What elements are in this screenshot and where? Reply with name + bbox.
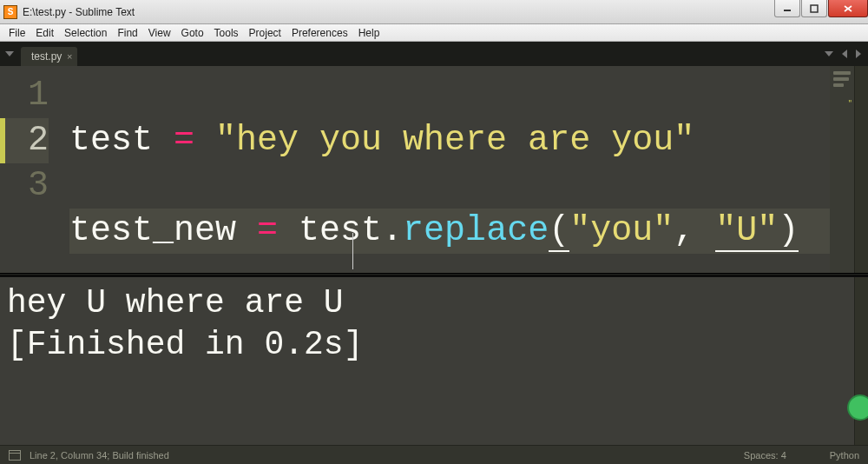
token-operator: =: [174, 121, 194, 160]
menu-goto[interactable]: Goto: [176, 27, 209, 39]
floating-badge[interactable]: [847, 394, 868, 421]
line-number: 1: [0, 73, 49, 118]
token-variable: test_new: [69, 211, 236, 250]
token-string: "you": [569, 211, 674, 250]
menu-selection[interactable]: Selection: [59, 27, 112, 39]
window-close-button[interactable]: [828, 0, 868, 17]
build-output-panel[interactable]: hey U where are U [Finished in 0.2s]: [0, 276, 868, 445]
status-syntax[interactable]: Python: [830, 450, 859, 461]
tab-list-dropdown-icon[interactable]: [5, 51, 14, 56]
svg-rect-1: [811, 5, 818, 12]
line-number: 3: [0, 163, 49, 209]
menu-edit[interactable]: Edit: [30, 27, 59, 39]
token-paren: ): [778, 211, 799, 252]
code-line: test = "hey you where are you": [69, 118, 830, 163]
token-paren: (: [549, 211, 569, 252]
window-maximize-button[interactable]: [801, 0, 827, 17]
token-dot: .: [382, 211, 403, 250]
tab-close-icon[interactable]: ×: [67, 51, 72, 62]
menubar: File Edit Selection Find View Goto Tools…: [0, 24, 868, 42]
window-titlebar: S E:\test.py - Sublime Text: [0, 0, 868, 24]
tab-label: test.py: [31, 50, 62, 63]
token-string: "U": [715, 211, 778, 252]
text-caret: [352, 233, 353, 269]
line-number: 2: [0, 118, 49, 163]
menu-preferences[interactable]: Preferences: [286, 27, 353, 39]
layout-icon[interactable]: [9, 450, 21, 461]
token-string: "hey you where are you": [215, 121, 694, 160]
token-variable: test: [69, 121, 153, 160]
minimap-marker: ": [848, 99, 852, 109]
code-line: test_new = test.replace("you", "U"): [69, 209, 830, 254]
tab-prev-icon[interactable]: [842, 50, 847, 58]
code-area[interactable]: test = "hey you where are you" test_new …: [57, 66, 830, 273]
menu-help[interactable]: Help: [353, 27, 385, 39]
menu-project[interactable]: Project: [244, 27, 286, 39]
tab-strip: test.py ×: [0, 42, 868, 66]
menu-view[interactable]: View: [143, 27, 176, 39]
app-icon: S: [3, 5, 17, 19]
menu-find[interactable]: Find: [112, 27, 142, 39]
svg-rect-4: [10, 450, 21, 460]
token-operator: =: [257, 211, 278, 250]
token-method: replace: [403, 211, 549, 250]
output-line: [Finished in 0.2s]: [7, 324, 861, 366]
menu-file[interactable]: File: [3, 27, 30, 39]
tab-next-icon[interactable]: [856, 50, 861, 58]
output-line: hey U where are U: [7, 282, 861, 324]
tab-overflow-icon[interactable]: [825, 51, 833, 56]
menu-tools[interactable]: Tools: [209, 27, 244, 39]
window-title: E:\test.py - Sublime Text: [23, 6, 135, 18]
minimap[interactable]: ": [830, 66, 854, 273]
token-comma: ,: [674, 211, 694, 250]
gutter-modified-marker: [0, 118, 5, 163]
editor-scrollbar[interactable]: [854, 66, 868, 273]
token-variable: test: [299, 211, 382, 250]
tab-test-py[interactable]: test.py ×: [21, 47, 77, 66]
window-minimize-button[interactable]: [774, 0, 800, 17]
gutter: 1 2 3: [0, 66, 57, 273]
editor[interactable]: 1 2 3 test = "hey you where are you" tes…: [0, 66, 868, 273]
